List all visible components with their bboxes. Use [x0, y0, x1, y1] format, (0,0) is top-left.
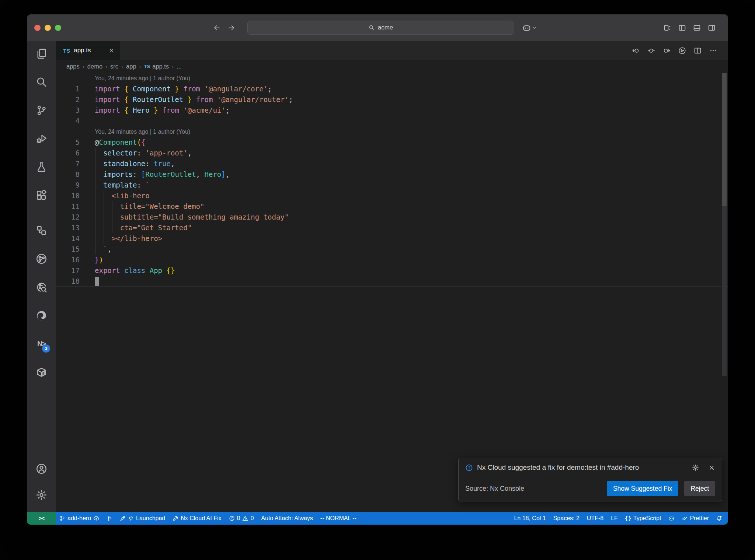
- code-line-17: 17export class App {}: [56, 265, 728, 276]
- settings-gear-icon[interactable]: [34, 487, 49, 502]
- toggle-panel-icon[interactable]: [693, 24, 701, 32]
- status-text: 0: [250, 515, 254, 522]
- notification-gear-icon[interactable]: [692, 464, 699, 471]
- arrow-right-icon[interactable]: [227, 24, 235, 32]
- activity-bar: N>3: [27, 41, 56, 512]
- accounts-icon[interactable]: [34, 461, 49, 476]
- editor-group: TS app.ts apps›demo›src›app›TSapp.ts›...…: [56, 41, 728, 512]
- editor-scrollbar[interactable]: [722, 73, 727, 206]
- status-text: LF: [611, 515, 618, 522]
- reject-button[interactable]: Reject: [684, 481, 715, 496]
- tab-close-icon[interactable]: [108, 48, 115, 54]
- nx-cloud-ai-fix-status[interactable]: Nx Cloud AI Fix: [169, 512, 225, 525]
- line-number: 6: [56, 148, 80, 158]
- code-line-1: 1import { Component } from '@angular/cor…: [56, 84, 728, 94]
- breadcrumb-separator: ›: [139, 63, 141, 70]
- arrow-left-icon[interactable]: [213, 24, 221, 32]
- extensions-icon[interactable]: [34, 188, 49, 203]
- problems-status[interactable]: 00: [225, 512, 258, 525]
- encoding-status[interactable]: UTF-8: [583, 512, 607, 525]
- explorer-icon[interactable]: [34, 46, 49, 61]
- edge-icon[interactable]: [34, 308, 49, 323]
- line-number: 14: [56, 233, 80, 244]
- notification-close-icon[interactable]: [708, 464, 715, 471]
- breadcrumb-item-demo[interactable]: demo: [87, 63, 102, 70]
- rocket-icon: [120, 515, 126, 521]
- remote-icon: ><: [38, 515, 44, 521]
- workspace-icon[interactable]: [34, 223, 49, 238]
- toggle-sidebar-icon[interactable]: [678, 24, 686, 32]
- nav-forward-icon[interactable]: [663, 47, 671, 55]
- breadcrumb-item-src[interactable]: src: [110, 63, 118, 70]
- containers-icon[interactable]: [34, 365, 49, 379]
- customize-layout-icon[interactable]: [664, 24, 671, 32]
- remote-indicator[interactable]: ><: [27, 512, 56, 525]
- bell-dot-icon: [716, 515, 722, 521]
- git-graph-status[interactable]: [103, 512, 116, 525]
- breadcrumb-item-[interactable]: ...: [177, 63, 182, 70]
- breadcrumb-item-apps[interactable]: apps: [66, 63, 80, 70]
- tab-label: app.ts: [74, 47, 91, 54]
- error-icon: [229, 515, 235, 521]
- history-navigation: [213, 14, 235, 41]
- status-bar: ><add-heroLaunchpadNx Cloud AI Fix00Auto…: [27, 512, 728, 525]
- copilot-menu[interactable]: [522, 14, 537, 41]
- git-graph-icon: [107, 515, 112, 521]
- cursor-position-status[interactable]: Ln 18, Col 1: [510, 512, 549, 525]
- layout-controls: [664, 14, 716, 41]
- git-branch-status[interactable]: add-hero: [56, 512, 103, 525]
- info-icon: [465, 464, 473, 472]
- code-line-12: 12 subtitle="Build something amazing tod…: [56, 212, 728, 223]
- typescript-file-icon: TS: [63, 48, 70, 54]
- nx-graph-search-icon[interactable]: [34, 280, 49, 294]
- status-text: Launchpad: [136, 515, 165, 522]
- more-actions-icon[interactable]: [709, 47, 717, 55]
- formatter-status[interactable]: Prettier: [678, 512, 713, 525]
- breadcrumb-item-app[interactable]: app: [126, 63, 136, 70]
- chevron-down-icon[interactable]: [532, 25, 537, 30]
- titlebar: acme: [27, 14, 728, 41]
- code-line-16: 16}): [56, 255, 728, 265]
- tab-app-ts[interactable]: TS app.ts: [56, 41, 120, 60]
- zoom-button[interactable]: [55, 25, 61, 31]
- tab-bar: TS app.ts: [56, 41, 728, 60]
- line-number: 16: [56, 255, 80, 265]
- copilot-status[interactable]: [665, 512, 678, 525]
- notification-source: Source: Nx Console: [465, 485, 524, 493]
- code-line-7: 7 standalone: true,: [56, 158, 728, 169]
- notification-toast: Nx Cloud suggested a fix for demo:test i…: [458, 458, 722, 501]
- code-editor[interactable]: You, 24 minutes ago | 1 author (You)1imp…: [56, 73, 728, 512]
- source-control-icon[interactable]: [34, 103, 49, 118]
- auto-attach-status[interactable]: Auto Attach: Always: [257, 512, 317, 525]
- testing-icon[interactable]: [34, 160, 49, 174]
- copilot-icon[interactable]: [522, 24, 531, 32]
- status-text: Auto Attach: Always: [261, 515, 313, 522]
- vim-mode-status[interactable]: -- NORMAL --: [317, 512, 360, 525]
- nav-back-icon[interactable]: [632, 47, 640, 55]
- line-number: 5: [56, 137, 80, 148]
- minimize-button[interactable]: [45, 25, 51, 31]
- code-line-6: 6 selector: 'app-root',: [56, 148, 728, 158]
- command-center-search[interactable]: acme: [247, 21, 514, 35]
- breadcrumb-item-appts[interactable]: TSapp.ts: [144, 63, 169, 70]
- indentation-status[interactable]: Spaces: 2: [550, 512, 583, 525]
- toggle-secondary-sidebar-icon[interactable]: [708, 24, 716, 32]
- status-text: -- NORMAL --: [320, 515, 356, 522]
- show-suggested-fix-button[interactable]: Show Suggested Fix: [607, 481, 679, 496]
- eol-status[interactable]: LF: [607, 512, 622, 525]
- warning-icon: [242, 515, 248, 521]
- launchpad-status[interactable]: Launchpad: [116, 512, 169, 525]
- run-debug-icon[interactable]: [34, 131, 49, 146]
- nx-graph-icon[interactable]: [34, 251, 49, 266]
- line-number: 17: [56, 265, 80, 276]
- split-editor-icon[interactable]: [694, 47, 702, 55]
- code-line-11: 11 title="Welcmoe demo": [56, 201, 728, 212]
- nx-run-icon[interactable]: [678, 47, 686, 55]
- search-icon[interactable]: [34, 74, 49, 89]
- language-status[interactable]: {}TypeScript: [622, 512, 665, 525]
- typescript-file-icon: TS: [144, 64, 150, 69]
- nx-console-icon[interactable]: N>3: [34, 336, 49, 351]
- nav-location-icon[interactable]: [647, 47, 655, 55]
- notifications-status[interactable]: [713, 512, 726, 525]
- close-button[interactable]: [34, 25, 41, 31]
